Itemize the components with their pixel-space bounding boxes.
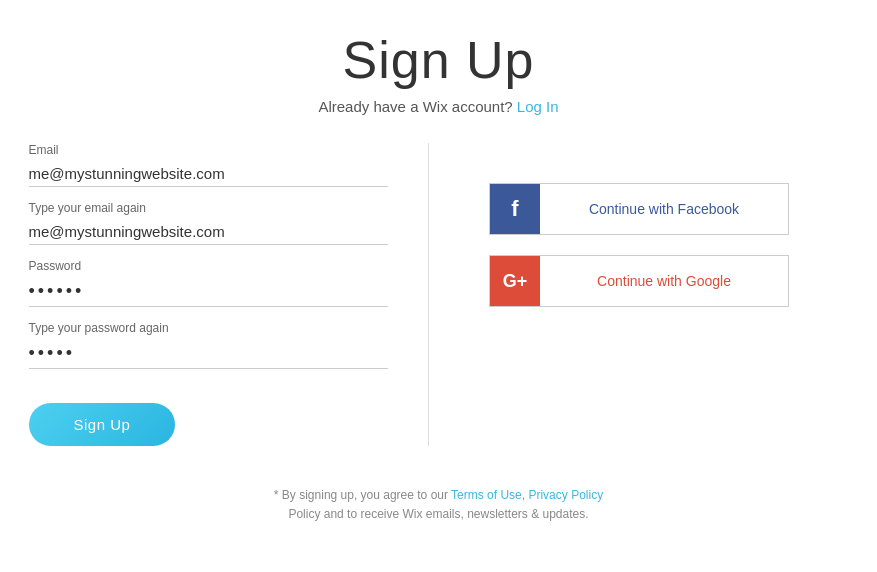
- facebook-icon: f: [490, 184, 540, 234]
- google-icon: G+: [490, 256, 540, 306]
- terms-link[interactable]: Terms of Use: [451, 488, 522, 502]
- password-group: Password: [29, 259, 389, 307]
- signup-button[interactable]: Sign Up: [29, 403, 176, 446]
- email-confirm-input[interactable]: [29, 219, 389, 245]
- google-button[interactable]: G+ Continue with Google: [489, 255, 789, 307]
- main-content: Email Type your email again Password Typ…: [29, 143, 849, 446]
- subtitle: Already have a Wix account? Log In: [318, 98, 558, 115]
- password-label: Password: [29, 259, 389, 273]
- footer-line1: * By signing up, you agree to our Terms …: [274, 486, 603, 505]
- google-label: Continue with Google: [540, 273, 788, 289]
- password-input[interactable]: [29, 277, 389, 307]
- password-confirm-group: Type your password again: [29, 321, 389, 369]
- right-panel: f Continue with Facebook G+ Continue wit…: [429, 143, 849, 307]
- email-group: Email: [29, 143, 389, 187]
- email-label: Email: [29, 143, 389, 157]
- email-input[interactable]: [29, 161, 389, 187]
- left-panel: Email Type your email again Password Typ…: [29, 143, 430, 446]
- email-confirm-group: Type your email again: [29, 201, 389, 245]
- password-confirm-label: Type your password again: [29, 321, 389, 335]
- privacy-link[interactable]: Privacy Policy: [528, 488, 603, 502]
- page-title: Sign Up: [343, 30, 535, 90]
- footer: * By signing up, you agree to our Terms …: [274, 486, 603, 544]
- subtitle-text: Already have a Wix account?: [318, 98, 512, 115]
- password-confirm-input[interactable]: [29, 339, 389, 369]
- facebook-button[interactable]: f Continue with Facebook: [489, 183, 789, 235]
- facebook-label: Continue with Facebook: [540, 201, 788, 217]
- footer-line2: Policy and to receive Wix emails, newsle…: [274, 505, 603, 524]
- login-link[interactable]: Log In: [517, 98, 559, 115]
- email-confirm-label: Type your email again: [29, 201, 389, 215]
